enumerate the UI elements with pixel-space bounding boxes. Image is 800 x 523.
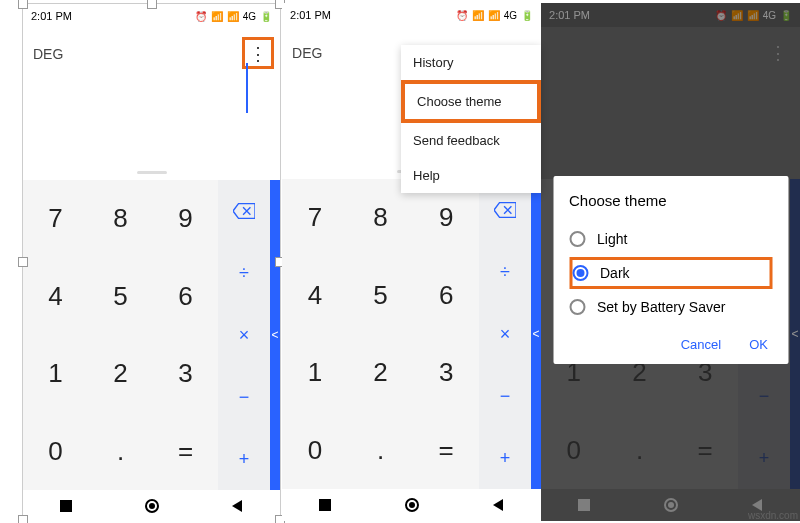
- key-7[interactable]: 7: [282, 179, 348, 257]
- android-navbar: [23, 490, 280, 522]
- input-cursor: [246, 63, 248, 113]
- radio-icon: [572, 265, 588, 281]
- advanced-panel-handle[interactable]: <: [531, 179, 541, 489]
- battery-icon: 🔋: [521, 10, 533, 21]
- svg-rect-0: [60, 500, 72, 512]
- advanced-panel-handle[interactable]: <: [270, 180, 280, 490]
- menu-send-feedback[interactable]: Send feedback: [401, 123, 541, 158]
- radio-light[interactable]: Light: [569, 223, 772, 255]
- multiply-button[interactable]: ×: [218, 304, 270, 366]
- home-button[interactable]: [405, 498, 419, 512]
- svg-point-5: [409, 502, 415, 508]
- multiply-button[interactable]: ×: [479, 303, 531, 365]
- dialog-title: Choose theme: [569, 192, 772, 209]
- status-time: 2:01 PM: [31, 10, 72, 22]
- screenshot-1: 2:01 PM ⏰ 📶 📶 4G 🔋 DEG ⋮ 7 8 9 4 5 6 1 2…: [22, 3, 281, 521]
- choose-theme-dialog: Choose theme Light Dark Set by Battery S…: [553, 176, 788, 364]
- key-2[interactable]: 2: [88, 335, 153, 413]
- plus-button[interactable]: +: [479, 427, 531, 489]
- key-5[interactable]: 5: [348, 257, 414, 335]
- backspace-icon: [494, 202, 516, 218]
- signal-icon: 📶: [211, 11, 223, 22]
- battery-icon: 🔋: [260, 11, 272, 22]
- ok-button[interactable]: OK: [749, 337, 768, 352]
- key-2[interactable]: 2: [348, 334, 414, 412]
- radio-dark[interactable]: Dark: [569, 257, 772, 289]
- key-3[interactable]: 3: [153, 335, 218, 413]
- android-navbar: [282, 489, 541, 521]
- keypad: 7 8 9 4 5 6 1 2 3 0 . = ÷ × − + <: [282, 179, 541, 489]
- radio-label: Dark: [600, 265, 630, 281]
- angle-mode[interactable]: DEG: [292, 45, 322, 61]
- status-time: 2:01 PM: [290, 9, 331, 21]
- minus-button[interactable]: −: [218, 366, 270, 428]
- recents-button[interactable]: [59, 499, 73, 513]
- status-icons: ⏰ 📶 📶 4G 🔋: [456, 10, 533, 21]
- key-equals[interactable]: =: [153, 413, 218, 491]
- number-pad: 7 8 9 4 5 6 1 2 3 0 . =: [282, 179, 479, 489]
- dialog-buttons: Cancel OK: [569, 331, 772, 358]
- key-8[interactable]: 8: [88, 180, 153, 258]
- key-6[interactable]: 6: [413, 257, 479, 335]
- network-label: 4G: [504, 10, 517, 21]
- key-0[interactable]: 0: [282, 412, 348, 490]
- operator-pad: ÷ × − +: [479, 179, 531, 489]
- backspace-button[interactable]: [218, 180, 270, 242]
- key-4[interactable]: 4: [282, 257, 348, 335]
- radio-icon: [569, 231, 585, 247]
- keypad: 7 8 9 4 5 6 1 2 3 0 . = ÷ × − + <: [23, 180, 280, 490]
- recents-button[interactable]: [318, 498, 332, 512]
- display-area: DEG History Choose theme Send feedback H…: [282, 27, 541, 179]
- cancel-button[interactable]: Cancel: [681, 337, 721, 352]
- status-bar: 2:01 PM ⏰ 📶 📶 4G 🔋: [282, 3, 541, 27]
- key-4[interactable]: 4: [23, 258, 88, 336]
- divide-button[interactable]: ÷: [218, 242, 270, 304]
- backspace-icon: [233, 203, 255, 219]
- radio-label: Set by Battery Saver: [597, 299, 725, 315]
- display-area: DEG ⋮: [23, 28, 280, 180]
- angle-mode[interactable]: DEG: [33, 46, 63, 62]
- overflow-menu: History Choose theme Send feedback Help: [401, 45, 541, 193]
- key-3[interactable]: 3: [413, 334, 479, 412]
- signal-icon: 📶: [488, 10, 500, 21]
- key-equals[interactable]: =: [413, 412, 479, 490]
- key-dot[interactable]: .: [88, 413, 153, 491]
- key-9[interactable]: 9: [153, 180, 218, 258]
- key-dot[interactable]: .: [348, 412, 414, 490]
- home-button[interactable]: [145, 499, 159, 513]
- alarm-icon: ⏰: [456, 10, 468, 21]
- menu-choose-theme[interactable]: Choose theme: [401, 80, 541, 123]
- back-button[interactable]: [230, 499, 244, 513]
- key-6[interactable]: 6: [153, 258, 218, 336]
- signal-icon: 📶: [472, 10, 484, 21]
- key-1[interactable]: 1: [23, 335, 88, 413]
- key-5[interactable]: 5: [88, 258, 153, 336]
- screenshot-3: 2:01 PM ⏰ 📶 📶 4G 🔋 ⋮ 7 8 9 4 5 6 1 2 3 0…: [541, 3, 800, 521]
- divide-button[interactable]: ÷: [479, 241, 531, 303]
- svg-rect-3: [319, 499, 331, 511]
- back-button[interactable]: [491, 498, 505, 512]
- radio-icon: [569, 299, 585, 315]
- key-1[interactable]: 1: [282, 334, 348, 412]
- plus-button[interactable]: +: [218, 428, 270, 490]
- drag-handle-icon[interactable]: [137, 171, 167, 174]
- svg-point-2: [149, 503, 155, 509]
- key-7[interactable]: 7: [23, 180, 88, 258]
- signal-icon: 📶: [227, 11, 239, 22]
- number-pad: 7 8 9 4 5 6 1 2 3 0 . =: [23, 180, 218, 490]
- menu-help[interactable]: Help: [401, 158, 541, 193]
- menu-history[interactable]: History: [401, 45, 541, 80]
- key-0[interactable]: 0: [23, 413, 88, 491]
- status-icons: ⏰ 📶 📶 4G 🔋: [195, 11, 272, 22]
- alarm-icon: ⏰: [195, 11, 207, 22]
- radio-battery-saver[interactable]: Set by Battery Saver: [569, 291, 772, 323]
- minus-button[interactable]: −: [479, 365, 531, 427]
- screenshot-2: 2:01 PM ⏰ 📶 📶 4G 🔋 DEG History Choose th…: [282, 3, 541, 521]
- radio-label: Light: [597, 231, 627, 247]
- network-label: 4G: [243, 11, 256, 22]
- operator-pad: ÷ × − +: [218, 180, 270, 490]
